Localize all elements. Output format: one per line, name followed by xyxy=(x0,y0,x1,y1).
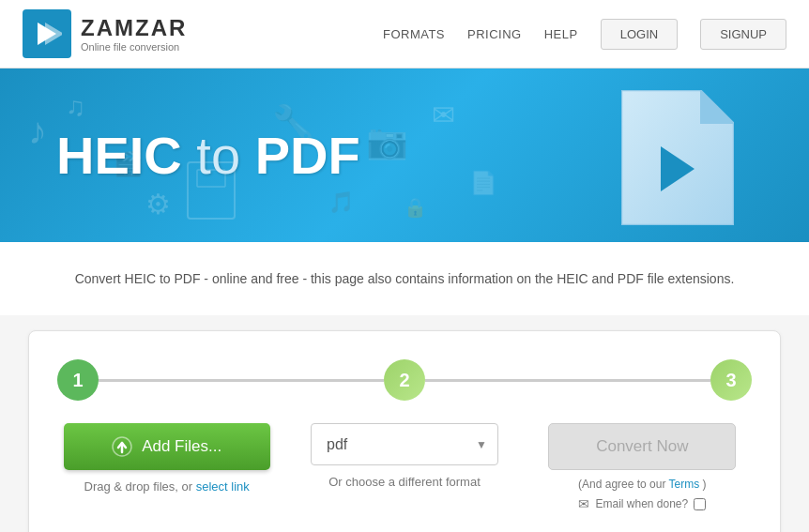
step-connector-1 xyxy=(99,379,384,382)
svg-text:⚙: ⚙ xyxy=(145,189,171,220)
svg-text:🎵: 🎵 xyxy=(328,190,355,215)
file-icon xyxy=(621,90,734,221)
svg-text:📷: 📷 xyxy=(366,121,408,161)
choose-format-text: Or choose a different format xyxy=(328,475,481,489)
signup-button[interactable]: SIGNUP xyxy=(700,19,786,50)
banner: ♪ ♫ 🔧 📷 ✉ ⚙ 🎵 🎬 📄 🔒 HEIC to PDF xyxy=(0,68,809,242)
svg-text:♫: ♫ xyxy=(66,92,85,121)
step3-col: Convert Now (And agree to our Terms ) ✉ … xyxy=(533,423,752,511)
banner-to: to xyxy=(182,126,255,185)
nav-formats[interactable]: FORMATS xyxy=(383,27,445,41)
actions-row: Add Files... Drag & drop files, or selec… xyxy=(57,423,752,511)
email-icon: ✉ xyxy=(578,496,589,511)
step-2: 2 xyxy=(384,359,425,401)
upload-icon xyxy=(112,436,132,457)
convert-now-button[interactable]: Convert Now xyxy=(548,423,736,470)
header: ZAMZAR Online file conversion FORMATS PR… xyxy=(0,0,809,68)
svg-text:🔒: 🔒 xyxy=(404,196,427,219)
nav-help[interactable]: HELP xyxy=(544,27,578,41)
banner-dest: PDF xyxy=(255,126,360,185)
step-3: 3 xyxy=(710,359,752,401)
svg-text:✉: ✉ xyxy=(432,99,455,130)
description-text: Convert HEIC to PDF - online and free - … xyxy=(56,268,753,289)
logo-tagline: Online file conversion xyxy=(81,41,187,53)
step1-col: Add Files... Drag & drop files, or selec… xyxy=(57,423,276,494)
drag-drop-text: Drag & drop files, or select link xyxy=(84,479,250,494)
logo-text: ZAMZAR Online file conversion xyxy=(81,15,187,53)
banner-title: HEIC to PDF xyxy=(56,126,360,185)
terms-link[interactable]: Terms xyxy=(669,478,700,491)
nav-pricing[interactable]: PRICING xyxy=(467,27,522,41)
svg-text:📄: 📄 xyxy=(469,169,497,196)
logo-area: ZAMZAR Online file conversion xyxy=(23,9,187,58)
converter-section: 1 2 3 Add Files... xyxy=(0,315,809,532)
step-connector-2 xyxy=(425,379,710,382)
email-checkbox[interactable] xyxy=(694,498,706,510)
steps-row: 1 2 3 xyxy=(57,359,752,401)
nav: FORMATS PRICING HELP LOGIN SIGNUP xyxy=(383,19,786,50)
svg-marker-1 xyxy=(45,23,62,45)
format-select[interactable]: pdf jpg png docx xyxy=(311,423,498,465)
email-label: Email when done? xyxy=(595,497,688,510)
format-select-wrap: pdf jpg png docx ▼ xyxy=(311,423,498,465)
banner-from: HEIC xyxy=(56,126,182,185)
description: Convert HEIC to PDF - online and free - … xyxy=(0,242,809,315)
agree-text: (And agree to our Terms ) xyxy=(578,478,707,491)
step-1: 1 xyxy=(57,359,99,401)
svg-text:♪: ♪ xyxy=(28,110,47,151)
email-row: ✉ Email when done? xyxy=(578,496,706,511)
logo-name: ZAMZAR xyxy=(81,15,187,41)
login-button[interactable]: LOGIN xyxy=(601,19,678,50)
converter-box: 1 2 3 Add Files... xyxy=(28,330,781,532)
step2-col: pdf jpg png docx ▼ Or choose a different… xyxy=(295,423,513,489)
select-link[interactable]: select link xyxy=(196,479,250,494)
logo-icon xyxy=(23,9,71,58)
add-files-button[interactable]: Add Files... xyxy=(64,423,270,470)
add-files-label: Add Files... xyxy=(142,437,221,456)
